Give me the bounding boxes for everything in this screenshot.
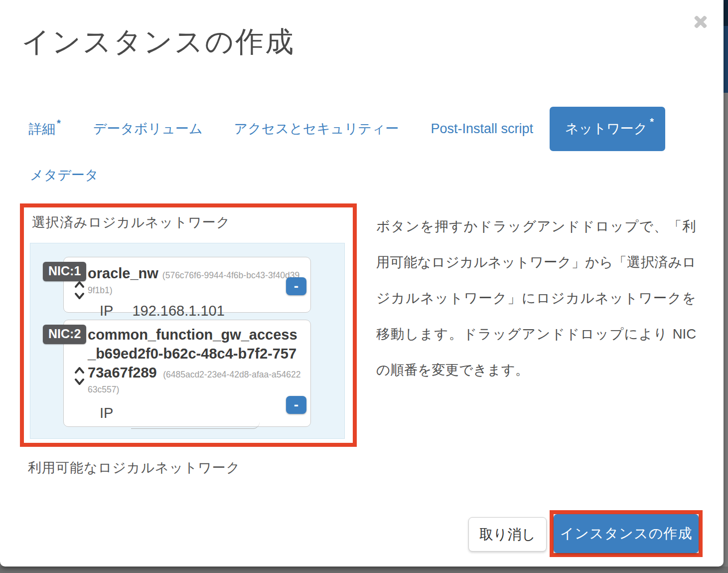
network-tab-help-text: ボタンを押すかドラッグアンドドロップで、「利用可能なロジカルネットワーク」から「…: [376, 208, 696, 388]
annotation-box-selected-networks: 選択済みロジカルネットワーク NIC:1 oracle_nw(576c76f6-…: [20, 203, 357, 447]
nic1-network-name: oracle_nw: [88, 265, 158, 281]
tab-metadata[interactable]: メタデータ: [30, 168, 99, 183]
modal-title: インスタンスの作成: [21, 23, 295, 61]
tab-bar: 詳細* データボリューム アクセスとセキュリティー Post-Install s…: [28, 107, 696, 184]
nic2-badge: NIC:2: [43, 325, 86, 344]
nic2-ip-input[interactable]: [131, 405, 260, 429]
tab-data-volume[interactable]: データボリューム: [93, 120, 203, 138]
page-behind-modal-bottom: [0, 567, 728, 573]
tab-access-security[interactable]: アクセスとセキュリティー: [234, 120, 399, 138]
nic-card-2[interactable]: NIC:2 common_function_gw_access_b69ed2f0…: [63, 320, 311, 427]
page-header-navy-strip: [724, 26, 728, 93]
nic2-name-row: common_function_gw_access_b69ed2f0-b62c-…: [64, 320, 310, 397]
nic1-remove-button[interactable]: -: [286, 277, 306, 295]
page-behind-modal-right: [724, 0, 728, 573]
available-networks-heading: 利用可能なロジカルネットワーク: [28, 459, 240, 477]
nic1-name-row: oracle_nw(576c76f6-9944-4f6b-bc43-3f40d3…: [64, 257, 310, 298]
page-header-dark-strip: [724, 0, 728, 26]
nic1-badge: NIC:1: [43, 262, 86, 281]
create-instance-modal: インスタンスの作成 詳細* データボリューム アクセスとセキュリティー Post…: [0, 0, 724, 567]
nic-card-1[interactable]: NIC:1 oracle_nw(576c76f6-9944-4f6b-bc43-…: [63, 257, 311, 313]
nic2-remove-button[interactable]: -: [286, 396, 306, 414]
required-asterisk: *: [650, 116, 654, 127]
nic1-ip-label: IP: [100, 303, 113, 319]
tab-post-install-script[interactable]: Post-Install script: [431, 121, 534, 137]
tab-network-active[interactable]: ネットワーク*: [550, 107, 665, 151]
drag-handle-icon[interactable]: [74, 366, 85, 388]
annotation-box-create-button: インスタンスの作成: [550, 510, 703, 557]
required-asterisk: *: [57, 118, 61, 129]
drag-handle-icon[interactable]: [74, 280, 85, 302]
cancel-button[interactable]: 取り消し: [468, 517, 547, 552]
selected-networks-dropzone[interactable]: NIC:1 oracle_nw(576c76f6-9944-4f6b-bc43-…: [30, 243, 345, 439]
nic2-ip-label: IP: [100, 405, 113, 421]
close-icon[interactable]: [693, 14, 709, 30]
selected-networks-heading: 選択済みロジカルネットワーク: [32, 213, 353, 231]
tab-details[interactable]: 詳細*: [28, 120, 59, 138]
create-instance-button[interactable]: インスタンスの作成: [554, 514, 699, 553]
